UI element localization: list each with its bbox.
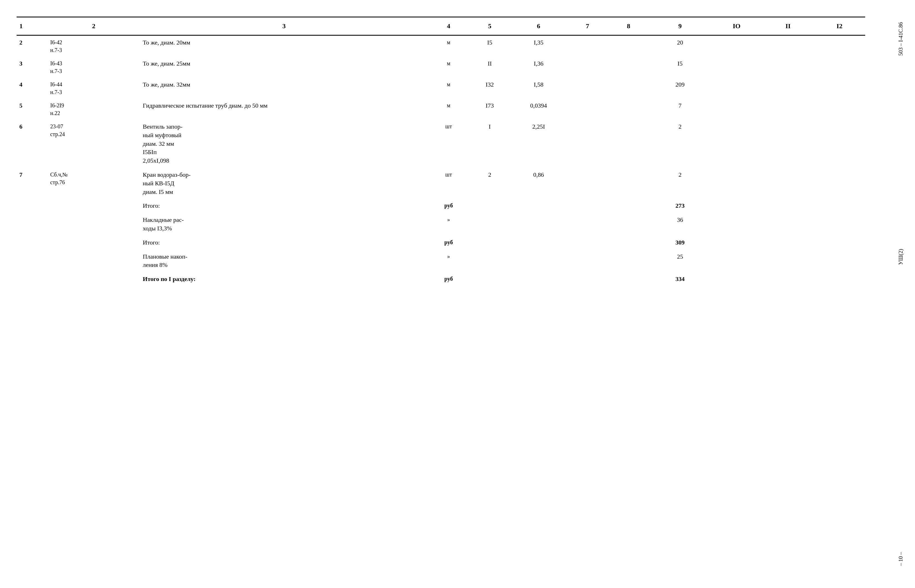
row-col8 [608, 99, 649, 120]
subtotal-num [16, 250, 48, 272]
subtotal-num [16, 272, 48, 286]
subtotal-col11 [762, 213, 814, 236]
row-col12 [814, 120, 865, 168]
table-header-row: 1 2 3 4 5 6 7 8 9 IO II I2 [16, 17, 865, 36]
table-row: 7 Сб.ч,№ стр.76 Кран водораз-бор- ный КВ… [16, 168, 865, 199]
subtotal-total: 334 [649, 272, 711, 286]
row-unit: шт [428, 120, 469, 168]
row-col11 [762, 57, 814, 78]
header-col-5: 5 [469, 17, 511, 36]
subtotal-col10 [711, 272, 762, 286]
row-col8 [608, 36, 649, 57]
row-total: 7 [649, 99, 711, 120]
page-number: – 10 – [897, 552, 904, 566]
header-col-4: 4 [428, 17, 469, 36]
row-col10 [711, 168, 762, 199]
header-col-1: 1 [16, 17, 48, 36]
subtotal-col11 [762, 272, 814, 286]
subtotal-col10 [711, 199, 762, 213]
subtotal-row: Накладные рас- ходы I3,3% » 36 [16, 213, 865, 236]
row-col8 [608, 57, 649, 78]
row-num: 6 [16, 120, 48, 168]
subtotal-col8 [608, 213, 649, 236]
row-ref: Сб.ч,№ стр.76 [48, 168, 140, 199]
row-desc: То же, диам. 32мм [140, 78, 428, 99]
row-unit: шт [428, 168, 469, 199]
page-wrapper: 503 – I-41С.86 УШ(2) 1 2 3 4 5 6 7 8 9 I… [16, 16, 893, 286]
row-qty: I32 [469, 78, 511, 99]
row-price: 0,0394 [510, 99, 567, 120]
row-desc: Вентиль запор- ный муфтовый диам. 32 мм … [140, 120, 428, 168]
row-total: 20 [649, 36, 711, 57]
subtotal-col10 [711, 213, 762, 236]
row-price: I,36 [510, 57, 567, 78]
row-col11 [762, 78, 814, 99]
row-price: 0,86 [510, 168, 567, 199]
subtotal-col5 [469, 199, 511, 213]
row-num: 5 [16, 99, 48, 120]
row-col12 [814, 78, 865, 99]
row-col11 [762, 120, 814, 168]
row-price: I,35 [510, 36, 567, 57]
subtotal-col6 [510, 213, 567, 236]
subtotal-label: Накладные рас- ходы I3,3% [140, 213, 428, 236]
row-col11 [762, 36, 814, 57]
subtotal-total: 36 [649, 213, 711, 236]
row-unit: м [428, 36, 469, 57]
main-table: 1 2 3 4 5 6 7 8 9 IO II I2 2 I6-42 н.7-3… [16, 16, 865, 286]
subtotal-col6 [510, 199, 567, 213]
row-ref: I6-2I9 н.22 [48, 99, 140, 120]
row-total: 209 [649, 78, 711, 99]
subtotal-ref [48, 250, 140, 272]
header-col-12: I2 [814, 17, 865, 36]
row-col10 [711, 120, 762, 168]
subtotal-col8 [608, 272, 649, 286]
subtotal-col8 [608, 236, 649, 250]
subtotal-row: Итого по I разделу: руб 334 [16, 272, 865, 286]
row-num: 3 [16, 57, 48, 78]
header-col-11: II [762, 17, 814, 36]
row-desc: Кран водораз-бор- ный КВ-I5Д диам. I5 мм [140, 168, 428, 199]
subtotal-col7 [567, 272, 608, 286]
subtotal-label: Итого по I разделу: [140, 272, 428, 286]
subtotal-col11 [762, 236, 814, 250]
row-total: 2 [649, 120, 711, 168]
row-col8 [608, 78, 649, 99]
subtotal-total: 309 [649, 236, 711, 250]
row-col7 [567, 78, 608, 99]
subtotal-col5 [469, 213, 511, 236]
row-col7 [567, 120, 608, 168]
row-desc: Гидравлическое испытание труб диам. до 5… [140, 99, 428, 120]
subtotal-col6 [510, 236, 567, 250]
row-qty: I5 [469, 36, 511, 57]
row-col7 [567, 99, 608, 120]
subtotal-col10 [711, 236, 762, 250]
header-col-7: 7 [567, 17, 608, 36]
row-ref: I6-43 н.7-3 [48, 57, 140, 78]
subtotal-col6 [510, 272, 567, 286]
row-col12 [814, 57, 865, 78]
subtotal-total: 273 [649, 199, 711, 213]
row-col12 [814, 99, 865, 120]
row-col10 [711, 36, 762, 57]
row-qty: I73 [469, 99, 511, 120]
subtotal-total: 25 [649, 250, 711, 272]
row-ref: I6-42 н.7-3 [48, 36, 140, 57]
subtotal-col7 [567, 236, 608, 250]
row-col7 [567, 57, 608, 78]
subtotal-num [16, 213, 48, 236]
subtotal-col8 [608, 250, 649, 272]
sidebar-label: УШ(2) [897, 249, 904, 265]
subtotal-col12 [814, 213, 865, 236]
row-ref: I6-44 н.7-3 [48, 78, 140, 99]
subtotal-col12 [814, 250, 865, 272]
subtotal-row: Плановые накоп- ления 8% » 25 [16, 250, 865, 272]
subtotal-ref [48, 199, 140, 213]
row-unit: м [428, 78, 469, 99]
header-col-2: 2 [48, 17, 140, 36]
row-col10 [711, 78, 762, 99]
subtotal-col11 [762, 250, 814, 272]
subtotal-unit: руб [428, 272, 469, 286]
table-row: 6 23-07 стр.24 Вентиль запор- ный муфтов… [16, 120, 865, 168]
row-col12 [814, 36, 865, 57]
